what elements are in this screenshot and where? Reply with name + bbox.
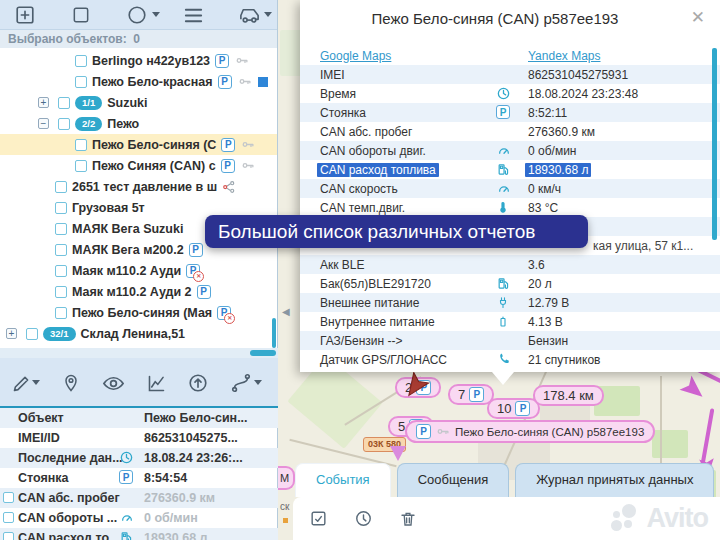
tree-item[interactable]: Маяк м110.2 Ауди 2P — [0, 281, 277, 302]
tree-item[interactable]: +32/1Склад Ленина,51 — [0, 323, 277, 344]
tree-checkbox[interactable] — [75, 55, 87, 67]
sensor-checkbox[interactable] — [3, 512, 14, 523]
chevron-down-icon[interactable] — [264, 12, 272, 17]
tree-checkbox[interactable] — [55, 223, 67, 235]
unselect-icon[interactable] — [68, 3, 94, 27]
tree-item[interactable]: +1/1Suzuki — [0, 92, 277, 113]
tree-item-label: Пежо Бело-синяя (С — [92, 138, 216, 152]
tree-item-label: Маяк м110.2 Ауди — [72, 264, 181, 278]
tree-item[interactable]: Маяк м110.2 АудиP — [0, 260, 277, 281]
detail-value: 83 °C — [528, 201, 558, 215]
sensor-checkbox[interactable] — [3, 492, 14, 503]
select-all-icon[interactable] — [309, 509, 328, 528]
google-maps-link[interactable]: Google Maps — [320, 49, 391, 63]
tree-checkbox[interactable] — [55, 265, 67, 277]
visibility-eye-icon[interactable] — [100, 370, 126, 396]
plug-icon — [497, 296, 509, 309]
tree-item[interactable]: Пежо Бело-синяя (МаяP — [0, 302, 277, 323]
edit-icon[interactable] — [8, 370, 34, 396]
chevron-down-icon[interactable] — [32, 380, 40, 385]
collapse-icon[interactable]: − — [38, 118, 49, 129]
tree-checkbox[interactable] — [55, 244, 67, 256]
yandex-maps-link[interactable]: Yandex Maps — [528, 49, 601, 63]
detail-value: 12.79 В — [528, 296, 569, 310]
parking-badge: P — [496, 105, 510, 119]
close-icon[interactable]: ✕ — [691, 7, 705, 28]
map-label-bubble[interactable]: 178.4 км — [533, 385, 604, 406]
detail-label: Время — [320, 87, 356, 101]
vertical-scrollbar-thumb[interactable] — [272, 318, 276, 348]
tree-item[interactable]: 2651 тест давление в ш — [0, 176, 277, 197]
key-icon — [234, 54, 250, 67]
tree-checkbox[interactable] — [58, 118, 70, 130]
map-unit-label: Пежо Бело-синяя (CAN) p587ee193 — [455, 426, 644, 438]
scrollbar-thumb[interactable] — [250, 350, 276, 356]
units-toolbar — [0, 0, 277, 30]
chevron-down-icon[interactable] — [254, 380, 262, 385]
detail-row: Датчик GPS/ГЛОНАСС21 спутников — [300, 350, 720, 369]
detail-value: 0 об/мин — [528, 144, 576, 158]
map-label-bubble[interactable]: М — [278, 466, 295, 490]
tree-checkbox[interactable] — [75, 76, 87, 88]
tree-item[interactable]: Berlingo н422ув123P — [0, 50, 277, 71]
map-label-bubble[interactable]: PПежо Бело-синяя (CAN) p587ee193 — [405, 420, 655, 443]
info-label: IMEI/ID — [18, 431, 60, 445]
tree-checkbox[interactable] — [55, 286, 67, 298]
tab-события[interactable]: События — [295, 463, 391, 497]
horizontal-scrollbar[interactable] — [0, 348, 278, 358]
history-clock-icon[interactable] — [354, 509, 373, 528]
expand-icon[interactable]: + — [6, 328, 17, 339]
tree-checkbox[interactable] — [75, 139, 87, 151]
chevron-down-icon[interactable] — [152, 12, 160, 17]
detail-value: 18930.68 л — [525, 163, 591, 177]
add-object-icon[interactable] — [12, 3, 38, 27]
tree-item[interactable]: −2/2Пежо — [0, 113, 277, 134]
delete-icon[interactable] — [399, 510, 417, 528]
panel-collapse-icon[interactable]: ◀ — [282, 306, 290, 317]
map-label-bubble[interactable]: 7P — [448, 384, 494, 405]
detail-label: Акк BLE — [320, 258, 365, 272]
tree-checkbox[interactable] — [26, 328, 38, 340]
map-label-bubble[interactable]: 10P — [487, 398, 540, 419]
list-view-icon[interactable] — [180, 3, 206, 27]
selected-count-bar: Выбрано объектов: 0 — [0, 30, 277, 48]
key-icon — [435, 425, 451, 438]
detail-label: CAN абс. пробег — [320, 125, 412, 139]
detail-label: CAN скорость — [320, 182, 398, 196]
detail-rows: Google Maps Yandex Maps IMEI862531045275… — [300, 46, 720, 369]
tree-item-label: Suzuki — [107, 96, 147, 110]
sensor-icon — [222, 180, 236, 194]
popup-scrollbar[interactable] — [712, 48, 717, 240]
chart-icon[interactable] — [143, 370, 169, 396]
detail-value: 18.08.2024 23:23:48 — [528, 87, 638, 101]
sensor-checkbox[interactable] — [3, 532, 14, 540]
detail-label: Внутреннее питание — [320, 315, 435, 329]
street-label: ск — [280, 501, 289, 512]
tree-checkbox[interactable] — [75, 160, 87, 172]
detail-label: Стоянка — [320, 106, 366, 120]
tree-checkbox[interactable] — [55, 181, 67, 193]
tab-журнал-принятых-данных[interactable]: Журнал принятых данных — [515, 463, 714, 497]
vehicle-filter-icon[interactable] — [236, 3, 262, 27]
tree-item[interactable]: Пежо Бело-краснаяP — [0, 71, 277, 92]
tree-checkbox[interactable] — [55, 307, 67, 319]
send-command-icon[interactable] — [185, 370, 211, 396]
expand-icon[interactable]: + — [38, 97, 49, 108]
tree-item[interactable]: Пежо Бело-синяя (СP — [0, 134, 277, 155]
parking-badge: P — [217, 306, 231, 320]
info-value: 276360.9 км — [144, 491, 215, 505]
tree-item-label: Пежо — [107, 117, 139, 131]
tab-сообщения[interactable]: Сообщения — [397, 463, 510, 497]
tree-checkbox[interactable] — [58, 97, 70, 109]
geofence-circle-icon[interactable] — [124, 3, 150, 27]
parking-badge: P — [119, 470, 133, 484]
info-label: CAN расход то — [18, 531, 109, 540]
location-pin-icon[interactable] — [58, 370, 84, 396]
route-icon[interactable] — [228, 370, 254, 396]
tab-label: Журнал принятых данных — [536, 472, 693, 487]
app-window: ◀ 03К 580 ск М 2P7P10P178.4 км5PPПежо Бе… — [0, 0, 720, 540]
detail-row: CAN обороты двиг.0 об/мин — [300, 141, 720, 160]
tree-item[interactable]: Пежо Синяя (CAN) сP — [0, 155, 277, 176]
unit-info-popup: Пежо Бело-синяя (CAN) p587ee193 ✕ Google… — [300, 0, 720, 372]
tree-checkbox[interactable] — [55, 202, 67, 214]
